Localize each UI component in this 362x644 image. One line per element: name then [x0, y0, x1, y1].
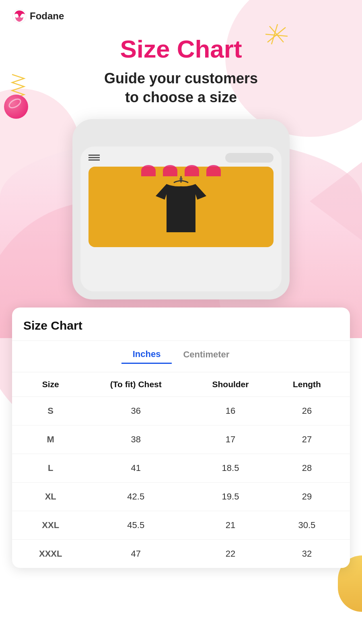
cell-chest-1: 38: [82, 425, 190, 454]
table-row: XL 42.5 19.5 29: [12, 482, 350, 511]
phone-mockup: [72, 119, 290, 299]
cell-chest-4: 45.5: [82, 511, 190, 539]
cell-length-2: 28: [271, 454, 350, 482]
cell-shoulder-1: 17: [190, 425, 271, 454]
cell-length-1: 27: [271, 425, 350, 454]
unit-btn-centimeter[interactable]: Centimeter: [172, 346, 241, 364]
phone-menubar: [80, 147, 282, 167]
phone-mockup-area: [0, 119, 362, 299]
table-row: L 41 18.5 28: [12, 454, 350, 482]
table-row: S 36 16 26: [12, 396, 350, 425]
table-row: XXL 45.5 21 30.5: [12, 511, 350, 539]
pink-bump-3: [185, 165, 199, 176]
title-section: Size Chart Guide your customersto choose…: [0, 23, 362, 111]
logo-icon: [12, 9, 27, 23]
col-header-shoulder: Shoulder: [190, 372, 271, 397]
cell-size-5: XXXL: [12, 539, 82, 568]
page-title: Size Chart: [120, 35, 242, 63]
cell-size-1: M: [12, 425, 82, 454]
brand-name: Fodane: [30, 10, 64, 22]
cell-chest-5: 47: [82, 539, 190, 568]
col-header-size: Size: [12, 372, 82, 397]
phone-notch: [145, 127, 217, 142]
unit-btn-inches[interactable]: Inches: [121, 346, 172, 364]
cell-shoulder-0: 16: [190, 396, 271, 425]
table-header-row: Size (To fit) Chest Shoulder Length: [12, 372, 350, 397]
cell-shoulder-2: 18.5: [190, 454, 271, 482]
header: Fodane: [0, 0, 362, 23]
pink-bump-1: [141, 165, 156, 176]
cell-chest-2: 41: [82, 454, 190, 482]
svg-point-6: [179, 178, 182, 180]
cell-shoulder-3: 19.5: [190, 482, 271, 511]
size-table: Size (To fit) Chest Shoulder Length S 36…: [12, 372, 350, 568]
cell-chest-3: 42.5: [82, 482, 190, 511]
cell-length-0: 26: [271, 396, 350, 425]
table-row: XXXL 47 22 32: [12, 539, 350, 568]
product-image: [88, 167, 274, 247]
cell-size-0: S: [12, 396, 82, 425]
table-body: S 36 16 26 M 38 17 27 L 41 18.5 28 XL 42…: [12, 396, 350, 568]
page-subtitle: Guide your customersto choose a size: [16, 69, 346, 107]
table-row: M 38 17 27: [12, 425, 350, 454]
pink-bump-2: [163, 165, 177, 176]
phone-search-bar: [225, 153, 274, 163]
cell-length-3: 29: [271, 482, 350, 511]
cell-size-3: XL: [12, 482, 82, 511]
unit-toggle: Inches Centimeter: [12, 341, 350, 372]
cell-size-4: XXL: [12, 511, 82, 539]
cell-shoulder-5: 22: [190, 539, 271, 568]
col-header-chest: (To fit) Chest: [82, 372, 190, 397]
pink-bumps-decoration: [141, 165, 221, 176]
hamburger-icon: [88, 153, 100, 162]
cell-length-4: 30.5: [271, 511, 350, 539]
cell-shoulder-4: 21: [190, 511, 271, 539]
cell-length-5: 32: [271, 539, 350, 568]
cell-chest-0: 36: [82, 396, 190, 425]
col-header-length: Length: [271, 372, 350, 397]
pink-bump-4: [206, 165, 221, 176]
cell-size-2: L: [12, 454, 82, 482]
shirt-svg: [145, 175, 217, 239]
size-chart-card-title: Size Chart: [12, 319, 350, 341]
size-chart-card: Size Chart Inches Centimeter Size (To fi…: [12, 308, 350, 568]
